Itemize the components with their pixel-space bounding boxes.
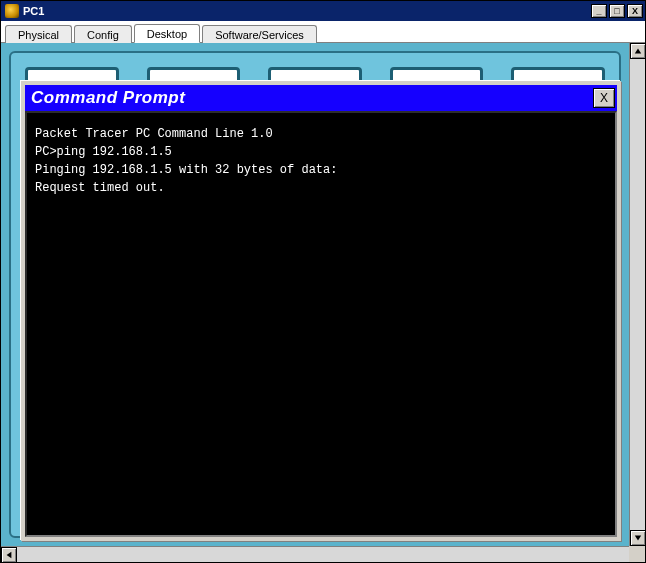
- tab-physical[interactable]: Physical: [5, 25, 72, 43]
- titlebar[interactable]: PC1 _ □ X: [1, 1, 645, 21]
- horizontal-scrollbar[interactable]: [1, 546, 645, 562]
- client-area: Physical Config Desktop Software/Service…: [1, 21, 645, 562]
- scroll-track[interactable]: [630, 59, 645, 530]
- chevron-left-icon: [5, 551, 13, 559]
- window-buttons: _ □ X: [589, 4, 643, 18]
- tab-software-services[interactable]: Software/Services: [202, 25, 317, 43]
- app-window: PC1 _ □ X Physical Config Desktop Softwa…: [0, 0, 646, 563]
- svg-marker-0: [635, 49, 641, 54]
- scroll-down-button[interactable]: [630, 530, 645, 546]
- vertical-scrollbar[interactable]: [629, 43, 645, 546]
- tab-config[interactable]: Config: [74, 25, 132, 43]
- terminal-line: Pinging 192.168.1.5 with 32 bytes of dat…: [35, 161, 607, 179]
- app-icon: [5, 4, 19, 18]
- scrollbar-corner: [629, 546, 645, 562]
- tab-desktop[interactable]: Desktop: [134, 24, 200, 43]
- command-prompt-window[interactable]: Command Prompt X Packet Tracer PC Comman…: [21, 81, 621, 541]
- scroll-track[interactable]: [17, 547, 629, 562]
- command-prompt-terminal[interactable]: Packet Tracer PC Command Line 1.0PC>ping…: [25, 111, 617, 537]
- command-prompt-title: Command Prompt: [31, 88, 593, 108]
- minimize-button[interactable]: _: [591, 4, 607, 18]
- close-button[interactable]: X: [627, 4, 643, 18]
- svg-marker-1: [635, 536, 641, 541]
- chevron-down-icon: [634, 534, 642, 542]
- command-prompt-titlebar[interactable]: Command Prompt X: [25, 85, 617, 111]
- svg-marker-2: [7, 552, 12, 558]
- terminal-line: Request timed out.: [35, 179, 607, 197]
- chevron-up-icon: [634, 47, 642, 55]
- maximize-button[interactable]: □: [609, 4, 625, 18]
- terminal-line: Packet Tracer PC Command Line 1.0: [35, 125, 607, 143]
- window-title: PC1: [23, 5, 589, 17]
- terminal-line: PC>ping 192.168.1.5: [35, 143, 607, 161]
- scroll-left-button[interactable]: [1, 547, 17, 562]
- scroll-up-button[interactable]: [630, 43, 645, 59]
- tabstrip: Physical Config Desktop Software/Service…: [1, 21, 645, 43]
- command-prompt-close-button[interactable]: X: [593, 88, 615, 108]
